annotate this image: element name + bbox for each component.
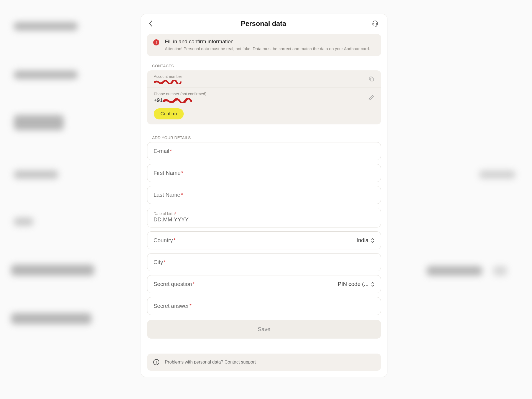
edit-phone-button[interactable]: [368, 94, 374, 101]
back-button[interactable]: [147, 19, 155, 28]
dob-placeholder: DD.MM.YYYY: [154, 216, 189, 223]
account-number-label: Account number: [154, 74, 182, 79]
secret-question-label: Secret question: [154, 281, 192, 287]
secret-question-field[interactable]: Secret question* PIN code (...: [147, 275, 381, 293]
contact-support-row[interactable]: ! Problems with personal data? Contact s…: [147, 354, 381, 371]
first-name-label: First Name: [154, 170, 181, 176]
modal-header: Personal data: [141, 14, 387, 32]
info-icon: !: [153, 359, 159, 365]
svg-rect-0: [370, 78, 373, 81]
account-number-redacted: [154, 80, 181, 84]
contacts-card: Account number Phone number (not confirm…: [147, 70, 381, 124]
modal-title: Personal data: [155, 20, 372, 28]
confirm-button[interactable]: Confirm: [154, 108, 184, 119]
headset-icon: [372, 20, 379, 27]
last-name-field[interactable]: Last Name*: [147, 186, 381, 204]
save-button[interactable]: Save: [147, 320, 381, 339]
phone-label: Phone number (not confirmed): [154, 92, 206, 96]
alert-message: Attention! Personal data must be real, n…: [165, 46, 370, 52]
pencil-icon: [368, 94, 374, 101]
phone-prefix: +91: [154, 97, 163, 103]
support-text: Problems with personal data? Contact sup…: [165, 360, 256, 365]
personal-data-modal: Personal data ! Fill in and confirm info…: [141, 14, 387, 377]
account-number-row: Account number: [147, 70, 381, 88]
first-name-field[interactable]: First Name*: [147, 164, 381, 182]
phone-redacted: [163, 98, 193, 102]
form-section: E-mail* First Name* Last Name* Date of b…: [141, 142, 387, 345]
copy-button[interactable]: [368, 76, 374, 82]
email-label: E-mail: [154, 148, 169, 154]
country-value: India: [357, 237, 369, 244]
secret-answer-field[interactable]: Secret answer*: [147, 297, 381, 315]
contacts-section-label: CONTACTS: [141, 64, 387, 70]
updown-icon: [371, 238, 375, 243]
country-field[interactable]: Country* India: [147, 231, 381, 249]
alert-title: Fill in and confirm information: [165, 39, 370, 45]
alert-icon: !: [153, 39, 159, 45]
secret-answer-label: Secret answer: [154, 303, 189, 309]
details-section-label: ADD YOUR DETAILS: [141, 135, 387, 142]
email-field[interactable]: E-mail*: [147, 142, 381, 160]
updown-icon: [371, 282, 375, 287]
last-name-label: Last Name: [154, 192, 180, 198]
secret-question-value: PIN code (...: [338, 281, 369, 287]
phone-number-row: Phone number (not confirmed) +91: [147, 88, 381, 107]
alert-banner: ! Fill in and confirm information Attent…: [147, 34, 381, 56]
country-label: Country: [154, 237, 173, 243]
dob-field[interactable]: Date of birth* DD.MM.YYYY: [147, 208, 381, 227]
support-button[interactable]: [372, 20, 379, 27]
chevron-left-icon: [149, 20, 153, 27]
city-field[interactable]: City*: [147, 253, 381, 271]
dob-label: Date of birth: [154, 211, 175, 216]
copy-icon: [368, 76, 374, 82]
city-label: City: [154, 259, 163, 265]
